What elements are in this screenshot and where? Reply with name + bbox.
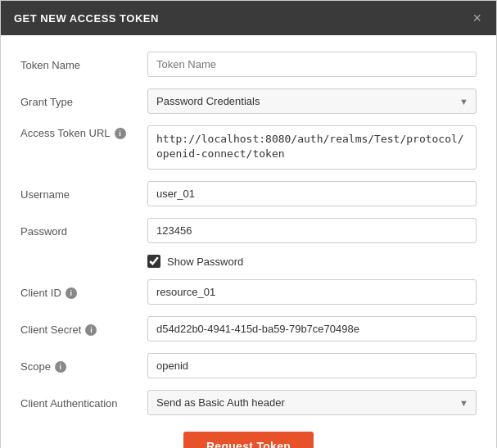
- token-name-label: Token Name: [20, 57, 147, 71]
- client-secret-info-icon[interactable]: i: [85, 324, 97, 336]
- access-token-url-input[interactable]: http://localhost:8080/auth/realms/Test/p…: [147, 125, 477, 170]
- token-name-row: Token Name: [20, 52, 477, 77]
- client-id-label: Client ID i: [20, 285, 147, 299]
- access-token-url-label: Access Token URL i: [20, 125, 147, 139]
- client-id-row: Client ID i: [20, 279, 477, 305]
- password-input[interactable]: [147, 218, 477, 243]
- grant-type-label: Grant Type: [20, 94, 147, 108]
- show-password-checkbox[interactable]: [147, 255, 160, 268]
- client-auth-label: Client Authentication: [20, 396, 147, 410]
- scope-row: Scope i: [20, 353, 477, 378]
- grant-type-row: Grant Type Password Credentials Authoriz…: [20, 88, 477, 114]
- close-button[interactable]: ×: [471, 11, 483, 25]
- access-token-url-row: Access Token URL i http://localhost:8080…: [20, 125, 477, 170]
- token-name-input[interactable]: [147, 52, 477, 77]
- client-secret-label: Client Secret i: [20, 322, 147, 336]
- username-label: Username: [20, 187, 147, 201]
- username-input[interactable]: [147, 181, 477, 206]
- client-auth-select[interactable]: Send as Basic Auth header Send client cr…: [147, 390, 477, 415]
- dialog-header: GET NEW ACCESS TOKEN ×: [1, 1, 496, 35]
- show-password-label[interactable]: Show Password: [167, 256, 243, 268]
- show-password-row: Show Password: [147, 255, 477, 268]
- scope-info-icon[interactable]: i: [55, 361, 66, 373]
- password-row: Password: [20, 218, 477, 243]
- grant-type-select[interactable]: Password Credentials Authorization Code …: [147, 88, 477, 114]
- client-auth-select-wrapper: Send as Basic Auth header Send client cr…: [147, 390, 477, 415]
- dialog-title: GET NEW ACCESS TOKEN: [14, 12, 159, 25]
- client-id-info-icon[interactable]: i: [66, 287, 77, 299]
- client-secret-row: Client Secret i: [20, 316, 477, 342]
- request-token-button[interactable]: Request Token: [183, 432, 314, 448]
- password-label: Password: [20, 224, 147, 238]
- access-token-url-info-icon[interactable]: i: [115, 128, 126, 139]
- username-row: Username: [20, 181, 477, 206]
- client-secret-input[interactable]: [147, 316, 477, 342]
- client-id-input[interactable]: [147, 279, 477, 305]
- scope-label: Scope i: [20, 359, 147, 373]
- scope-input[interactable]: [147, 353, 477, 378]
- get-new-access-token-dialog: GET NEW ACCESS TOKEN × Token Name Grant …: [0, 0, 497, 448]
- grant-type-select-wrapper: Password Credentials Authorization Code …: [147, 88, 477, 114]
- dialog-body: Token Name Grant Type Password Credentia…: [1, 35, 496, 448]
- client-auth-row: Client Authentication Send as Basic Auth…: [20, 390, 477, 415]
